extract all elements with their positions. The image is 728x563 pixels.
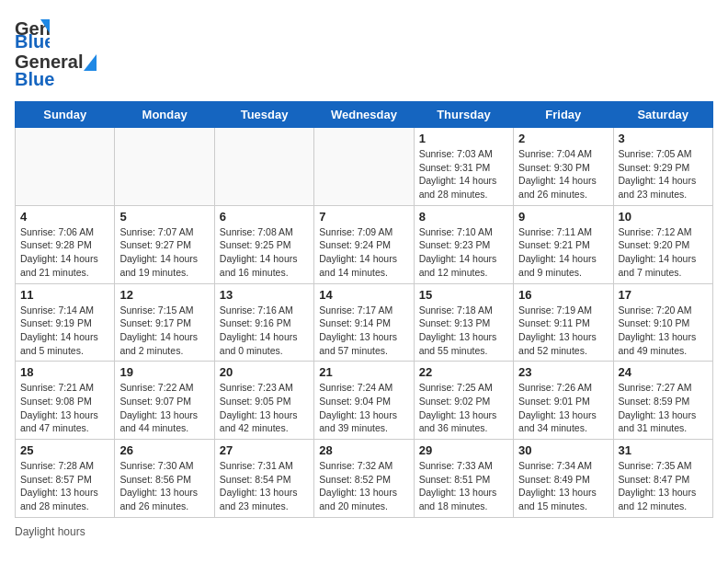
calendar-cell: 8Sunrise: 7:10 AM Sunset: 9:23 PM Daylig… <box>414 205 513 283</box>
day-info: Sunrise: 7:08 AM Sunset: 9:25 PM Dayligh… <box>220 225 309 280</box>
calendar-cell <box>214 128 313 206</box>
day-number: 13 <box>220 288 309 302</box>
calendar-cell: 24Sunrise: 7:27 AM Sunset: 8:59 PM Dayli… <box>613 362 712 440</box>
day-info: Sunrise: 7:34 AM Sunset: 8:49 PM Dayligh… <box>518 459 608 513</box>
day-header-monday: Monday <box>115 102 214 128</box>
calendar-cell: 1Sunrise: 7:03 AM Sunset: 9:31 PM Daylig… <box>414 128 513 206</box>
day-info: Sunrise: 7:32 AM Sunset: 8:52 PM Dayligh… <box>319 459 408 513</box>
calendar-cell: 2Sunrise: 7:04 AM Sunset: 9:30 PM Daylig… <box>514 128 613 206</box>
calendar-cell: 10Sunrise: 7:12 AM Sunset: 9:20 PM Dayli… <box>613 205 712 283</box>
day-info: Sunrise: 7:30 AM Sunset: 8:56 PM Dayligh… <box>119 459 209 513</box>
day-number: 6 <box>220 210 309 224</box>
day-number: 4 <box>20 210 109 224</box>
day-info: Sunrise: 7:07 AM Sunset: 9:27 PM Dayligh… <box>119 225 209 280</box>
calendar-header-row: SundayMondayTuesdayWednesdayThursdayFrid… <box>16 102 713 128</box>
calendar-cell <box>314 128 414 206</box>
day-info: Sunrise: 7:11 AM Sunset: 9:21 PM Dayligh… <box>518 225 608 280</box>
calendar-cell: 25Sunrise: 7:28 AM Sunset: 8:57 PM Dayli… <box>16 440 115 518</box>
day-info: Sunrise: 7:27 AM Sunset: 8:59 PM Dayligh… <box>619 381 708 435</box>
svg-text:Blue: Blue <box>15 31 50 50</box>
calendar-cell: 30Sunrise: 7:34 AM Sunset: 8:49 PM Dayli… <box>514 440 613 518</box>
day-header-wednesday: Wednesday <box>314 102 414 128</box>
day-number: 8 <box>419 210 508 224</box>
day-info: Sunrise: 7:28 AM Sunset: 8:57 PM Dayligh… <box>20 459 109 513</box>
day-number: 17 <box>619 288 708 302</box>
day-info: Sunrise: 7:24 AM Sunset: 9:04 PM Dayligh… <box>319 381 408 435</box>
calendar-cell: 12Sunrise: 7:15 AM Sunset: 9:17 PM Dayli… <box>115 283 214 362</box>
day-info: Sunrise: 7:14 AM Sunset: 9:19 PM Dayligh… <box>20 304 109 358</box>
calendar-cell: 16Sunrise: 7:19 AM Sunset: 9:11 PM Dayli… <box>514 283 613 362</box>
day-info: Sunrise: 7:19 AM Sunset: 9:11 PM Dayligh… <box>518 304 608 358</box>
calendar-week-2: 4Sunrise: 7:06 AM Sunset: 9:28 PM Daylig… <box>16 205 713 283</box>
day-number: 18 <box>20 365 109 379</box>
day-number: 27 <box>220 443 309 457</box>
svg-marker-3 <box>84 54 97 71</box>
calendar-cell: 14Sunrise: 7:17 AM Sunset: 9:14 PM Dayli… <box>314 283 414 362</box>
day-info: Sunrise: 7:18 AM Sunset: 9:13 PM Dayligh… <box>419 304 508 358</box>
calendar-cell: 7Sunrise: 7:09 AM Sunset: 9:24 PM Daylig… <box>314 205 414 283</box>
day-info: Sunrise: 7:26 AM Sunset: 9:01 PM Dayligh… <box>518 381 608 435</box>
day-number: 29 <box>419 443 508 457</box>
day-info: Sunrise: 7:09 AM Sunset: 9:24 PM Dayligh… <box>319 225 408 280</box>
day-number: 20 <box>220 365 309 379</box>
calendar-cell: 27Sunrise: 7:31 AM Sunset: 8:54 PM Dayli… <box>214 440 313 518</box>
day-number: 11 <box>20 288 109 302</box>
footer-note: Daylight hours <box>15 525 713 538</box>
logo-blue: Blue <box>15 69 54 90</box>
day-info: Sunrise: 7:35 AM Sunset: 8:47 PM Dayligh… <box>619 459 708 513</box>
day-header-saturday: Saturday <box>613 102 712 128</box>
calendar-cell: 3Sunrise: 7:05 AM Sunset: 9:29 PM Daylig… <box>613 128 712 206</box>
calendar-cell: 22Sunrise: 7:25 AM Sunset: 9:02 PM Dayli… <box>414 362 513 440</box>
calendar-cell: 28Sunrise: 7:32 AM Sunset: 8:52 PM Dayli… <box>314 440 414 518</box>
day-number: 3 <box>619 132 708 145</box>
day-header-friday: Friday <box>514 102 613 128</box>
day-number: 28 <box>319 443 408 457</box>
day-number: 24 <box>619 365 708 379</box>
calendar-cell: 17Sunrise: 7:20 AM Sunset: 9:10 PM Dayli… <box>613 283 712 362</box>
day-number: 10 <box>619 210 708 224</box>
day-number: 15 <box>419 288 508 302</box>
calendar-week-3: 11Sunrise: 7:14 AM Sunset: 9:19 PM Dayli… <box>16 283 713 362</box>
day-number: 23 <box>518 365 608 379</box>
day-number: 19 <box>119 365 209 379</box>
calendar-cell: 19Sunrise: 7:22 AM Sunset: 9:07 PM Dayli… <box>115 362 214 440</box>
day-info: Sunrise: 7:20 AM Sunset: 9:10 PM Dayligh… <box>619 304 708 358</box>
calendar-cell: 5Sunrise: 7:07 AM Sunset: 9:27 PM Daylig… <box>115 205 214 283</box>
day-info: Sunrise: 7:16 AM Sunset: 9:16 PM Dayligh… <box>220 304 309 358</box>
day-info: Sunrise: 7:23 AM Sunset: 9:05 PM Dayligh… <box>220 381 309 435</box>
calendar-cell: 29Sunrise: 7:33 AM Sunset: 8:51 PM Dayli… <box>414 440 513 518</box>
day-number: 2 <box>518 132 608 145</box>
day-info: Sunrise: 7:22 AM Sunset: 9:07 PM Dayligh… <box>119 381 209 435</box>
calendar-cell: 6Sunrise: 7:08 AM Sunset: 9:25 PM Daylig… <box>214 205 313 283</box>
day-number: 14 <box>319 288 408 302</box>
calendar-cell: 31Sunrise: 7:35 AM Sunset: 8:47 PM Dayli… <box>613 440 712 518</box>
day-number: 5 <box>119 210 209 224</box>
day-header-tuesday: Tuesday <box>214 102 313 128</box>
day-number: 1 <box>419 132 508 145</box>
daylight-label: Daylight hours <box>15 525 85 538</box>
calendar-cell: 20Sunrise: 7:23 AM Sunset: 9:05 PM Dayli… <box>214 362 313 440</box>
calendar-week-5: 25Sunrise: 7:28 AM Sunset: 8:57 PM Dayli… <box>16 440 713 518</box>
calendar-cell: 15Sunrise: 7:18 AM Sunset: 9:13 PM Dayli… <box>414 283 513 362</box>
day-number: 9 <box>518 210 608 224</box>
day-number: 7 <box>319 210 408 224</box>
day-number: 12 <box>119 288 209 302</box>
day-info: Sunrise: 7:31 AM Sunset: 8:54 PM Dayligh… <box>220 459 309 513</box>
day-number: 21 <box>319 365 408 379</box>
calendar-week-4: 18Sunrise: 7:21 AM Sunset: 9:08 PM Dayli… <box>16 362 713 440</box>
calendar-week-1: 1Sunrise: 7:03 AM Sunset: 9:31 PM Daylig… <box>16 128 713 206</box>
day-number: 16 <box>518 288 608 302</box>
day-info: Sunrise: 7:25 AM Sunset: 9:02 PM Dayligh… <box>419 381 508 435</box>
calendar-cell <box>16 128 115 206</box>
day-number: 31 <box>619 443 708 457</box>
day-info: Sunrise: 7:03 AM Sunset: 9:31 PM Dayligh… <box>419 147 508 201</box>
calendar-table: SundayMondayTuesdayWednesdayThursdayFrid… <box>15 101 713 518</box>
day-info: Sunrise: 7:05 AM Sunset: 9:29 PM Dayligh… <box>619 147 708 201</box>
logo-triangle-icon <box>84 54 97 71</box>
day-info: Sunrise: 7:04 AM Sunset: 9:30 PM Dayligh… <box>518 147 608 201</box>
header: General Blue General Blue <box>15 15 713 90</box>
calendar-cell: 13Sunrise: 7:16 AM Sunset: 9:16 PM Dayli… <box>214 283 313 362</box>
calendar-cell <box>115 128 214 206</box>
day-info: Sunrise: 7:17 AM Sunset: 9:14 PM Dayligh… <box>319 304 408 358</box>
calendar-cell: 26Sunrise: 7:30 AM Sunset: 8:56 PM Dayli… <box>115 440 214 518</box>
